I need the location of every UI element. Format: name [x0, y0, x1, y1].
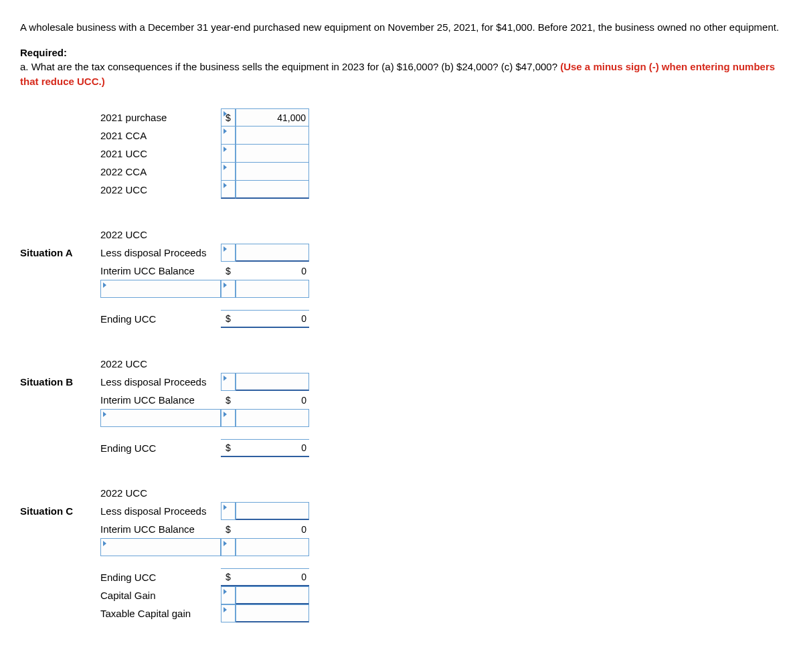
label-c-ending: Ending UCC — [100, 568, 221, 586]
cell-a-interim-val: 0 — [236, 262, 309, 280]
label-2022-cca: 2022 CCA — [100, 163, 221, 181]
worksheet-grid: 2021 purchase $ 41,000 2021 CCA 2021 UCC… — [20, 108, 783, 622]
label-a-ending: Ending UCC — [100, 310, 221, 328]
label-b-less-disposal: Less disposal Proceeds — [100, 373, 221, 391]
cell-b-adjustment-desc[interactable] — [100, 409, 221, 427]
label-2021-purchase: 2021 purchase — [100, 108, 221, 127]
cell-2022-cca-sym[interactable] — [221, 163, 236, 181]
cell-2021-purchase-sym[interactable]: $ — [221, 108, 236, 127]
cell-c-disposal-sym[interactable] — [221, 502, 236, 520]
label-c-interim: Interim UCC Balance — [100, 520, 221, 538]
cell-c-adjustment-val[interactable] — [236, 538, 309, 556]
cell-c-adjustment-desc[interactable] — [100, 538, 221, 556]
cell-b-ending-sym: $ — [221, 439, 236, 457]
cell-c-taxcg-sym[interactable] — [221, 604, 236, 622]
cell-a-ending-sym: $ — [221, 310, 236, 328]
cell-b-disposal-sym[interactable] — [221, 373, 236, 391]
cell-c-interim-val: 0 — [236, 520, 309, 538]
cell-b-disposal-val[interactable] — [236, 373, 309, 391]
label-c-taxable-cg: Taxable Capital gain — [100, 604, 221, 622]
label-b-ending: Ending UCC — [100, 439, 221, 457]
cell-2021-ucc-val[interactable] — [236, 145, 309, 163]
label-c-2022-ucc: 2022 UCC — [100, 484, 221, 502]
cell-2022-cca-val[interactable] — [236, 163, 309, 181]
label-c-capital-gain: Capital Gain — [100, 586, 221, 604]
label-a-less-disposal: Less disposal Proceeds — [100, 244, 221, 262]
cell-a-adjustment-desc[interactable] — [100, 280, 221, 298]
blank-col1 — [20, 108, 100, 127]
situation-b-label: Situation B — [20, 373, 100, 391]
cell-a-adjustment-sym[interactable] — [221, 280, 236, 298]
cell-2021-ucc-sym[interactable] — [221, 145, 236, 163]
label-c-less-disposal: Less disposal Proceeds — [100, 502, 221, 520]
problem-intro: A wholesale business with a December 31 … — [20, 20, 783, 35]
label-a-2022-ucc: 2022 UCC — [100, 226, 221, 244]
cell-c-taxcg-val[interactable] — [236, 604, 309, 622]
label-a-interim: Interim UCC Balance — [100, 262, 221, 280]
situation-c-label: Situation C — [20, 502, 100, 520]
label-2022-ucc-top: 2022 UCC — [100, 181, 221, 199]
cell-a-disposal-val[interactable] — [236, 244, 309, 262]
cell-2021-cca-val[interactable] — [236, 127, 309, 145]
label-b-2022-ucc: 2022 UCC — [100, 355, 221, 373]
cell-c-ending-sym: $ — [221, 568, 236, 586]
cell-c-capgain-val[interactable] — [236, 586, 309, 604]
cell-b-ending-val: 0 — [236, 439, 309, 457]
cell-c-ending-val: 0 — [236, 568, 309, 586]
cell-b-interim-sym: $ — [221, 391, 236, 409]
cell-2021-purchase-val[interactable]: 41,000 — [236, 108, 309, 127]
cell-2022-ucc-sym[interactable] — [221, 181, 236, 199]
label-2021-ucc: 2021 UCC — [100, 145, 221, 163]
required-text: a. What are the tax consequences if the … — [20, 60, 783, 89]
cell-b-interim-val: 0 — [236, 391, 309, 409]
situation-a-label: Situation A — [20, 244, 100, 262]
required-label: Required: — [20, 47, 783, 58]
cell-c-disposal-val[interactable] — [236, 502, 309, 520]
cell-c-interim-sym: $ — [221, 520, 236, 538]
label-2021-cca: 2021 CCA — [100, 127, 221, 145]
cell-c-capgain-sym[interactable] — [221, 586, 236, 604]
label-b-interim: Interim UCC Balance — [100, 391, 221, 409]
cell-2021-cca-sym[interactable] — [221, 127, 236, 145]
cell-a-adjustment-val[interactable] — [236, 280, 309, 298]
required-question: a. What are the tax consequences if the … — [20, 61, 560, 72]
cell-b-adjustment-sym[interactable] — [221, 409, 236, 427]
cell-a-interim-sym: $ — [221, 262, 236, 280]
cell-c-adjustment-sym[interactable] — [221, 538, 236, 556]
cell-2022-ucc-val[interactable] — [236, 181, 309, 199]
cell-b-adjustment-val[interactable] — [236, 409, 309, 427]
cell-a-ending-val: 0 — [236, 310, 309, 328]
cell-a-disposal-sym[interactable] — [221, 244, 236, 262]
